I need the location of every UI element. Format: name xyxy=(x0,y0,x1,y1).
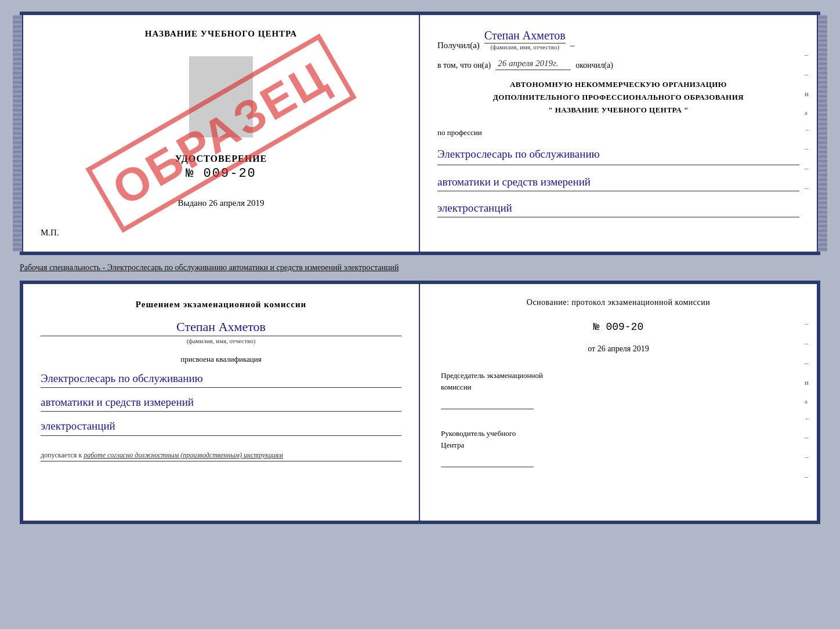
right-marks-bottom: – – – и а ← – – – xyxy=(805,319,811,481)
prisvoena-label: присвоена квалификация xyxy=(41,355,401,364)
udost-number: № 009-20 xyxy=(175,166,267,181)
predsedatel-line2: комиссии xyxy=(441,381,796,393)
bottom-document: Решением экзаменационной комиссии Степан… xyxy=(20,281,820,524)
bottom-right-panel: Основание: протокол экзаменационной коми… xyxy=(420,284,817,521)
ot-label: от xyxy=(588,344,595,353)
vydano-label: Выдано xyxy=(178,198,207,208)
udostoverenie-title: УДОСТОВЕРЕНИЕ xyxy=(175,154,267,164)
prof-line1: Электрослесарь по обслуживанию xyxy=(437,146,799,165)
vydano-date: 26 апреля 2019 xyxy=(209,198,265,208)
org-block: АВТОНОМНУЮ НЕКОММЕРЧЕСКУЮ ОРГАНИЗАЦИЮ ДО… xyxy=(437,78,799,117)
udostoverenie-block: УДОСТОВЕРЕНИЕ № 009-20 xyxy=(175,154,267,181)
kvalif-line2: автоматики и средств измерений xyxy=(41,394,401,412)
predsedatel-line1: Председатель экзаменационной xyxy=(441,370,796,381)
prof-line2: автоматики и средств измерений xyxy=(437,173,799,191)
fio-label-top: (фамилия, имя, отчество) xyxy=(484,43,566,50)
poluchil-label: Получил(а) xyxy=(437,41,480,50)
dopusk-label: допускается к xyxy=(41,451,82,459)
center-title: НАЗВАНИЕ УЧЕБНОГО ЦЕНТРА xyxy=(145,29,297,39)
predsedatel-block: Председатель экзаменационной комиссии xyxy=(441,370,796,409)
top-document: НАЗВАНИЕ УЧЕБНОГО ЦЕНТРА УДОСТОВЕРЕНИЕ №… xyxy=(20,12,820,255)
osnov-title: Основание: протокол экзаменационной коми… xyxy=(441,298,796,307)
kvalif-line3: электростанций xyxy=(41,417,401,435)
org-line3: " НАЗВАНИЕ УЧЕБНОГО ЦЕНТРА " xyxy=(437,104,799,117)
ot-date: от 26 апреля 2019 xyxy=(441,344,796,354)
spine-left xyxy=(13,15,22,252)
rukovoditel-block: Руководитель учебного Центра xyxy=(441,428,796,467)
org-line2: ДОПОЛНИТЕЛЬНОГО ПРОФЕССИОНАЛЬНОГО ОБРАЗО… xyxy=(437,91,799,104)
bottom-left-panel: Решением экзаменационной комиссии Степан… xyxy=(23,284,420,521)
resheniem-title: Решением экзаменационной комиссии xyxy=(41,298,401,311)
dash-after-name: – xyxy=(570,41,575,50)
vtom-line: в том, что он(а) 26 апреля 2019г. окончи… xyxy=(437,59,799,70)
separator-text: Рабочая специальность - Электрослесарь п… xyxy=(20,260,820,276)
org-line1: АВТОНОМНУЮ НЕКОММЕРЧЕСКУЮ ОРГАНИЗАЦИЮ xyxy=(437,78,799,91)
right-marks-top: – – и а ← – – – xyxy=(805,50,811,192)
prof-line3: электростанций xyxy=(437,199,799,217)
dopuskaetsya-line: допускается к работе согласно должностны… xyxy=(41,451,401,461)
spine-right xyxy=(818,15,827,252)
vydano-line: Выдано 26 апреля 2019 xyxy=(178,198,264,208)
vtom-label: в том, что он(а) xyxy=(437,61,491,70)
rukovoditel-line2: Центра xyxy=(441,439,796,451)
okonchil-label: окончил(а) xyxy=(575,61,613,70)
ot-date-val: 26 апреля 2019 xyxy=(598,344,649,353)
poluchil-line: Получил(а) Степан Ахметов (фамилия, имя,… xyxy=(437,29,799,50)
rukovoditel-line1: Руководитель учебного xyxy=(441,428,796,439)
top-left-panel: НАЗВАНИЕ УЧЕБНОГО ЦЕНТРА УДОСТОВЕРЕНИЕ №… xyxy=(23,15,420,252)
protocol-num: № 009-20 xyxy=(441,321,796,333)
fio-label-bottom: (фамилия, имя, отчество) xyxy=(41,337,401,344)
top-right-panel: Получил(а) Степан Ахметов (фамилия, имя,… xyxy=(420,15,817,252)
kvalif-line1: Электрослесарь по обслуживанию xyxy=(41,370,401,388)
rukovoditel-sign-line xyxy=(441,467,534,467)
po-professii-label: по профессии xyxy=(437,128,799,137)
bottom-name: Степан Ахметов xyxy=(41,319,401,336)
photo-placeholder xyxy=(189,56,253,137)
predsedatel-sign-line xyxy=(441,409,534,409)
dopusk-text: работе согласно должностным (производств… xyxy=(84,451,283,459)
vtom-date: 26 апреля 2019г. xyxy=(495,59,571,70)
poluchil-name: Степан Ахметов xyxy=(484,29,566,43)
mp-line: М.П. xyxy=(41,219,59,238)
